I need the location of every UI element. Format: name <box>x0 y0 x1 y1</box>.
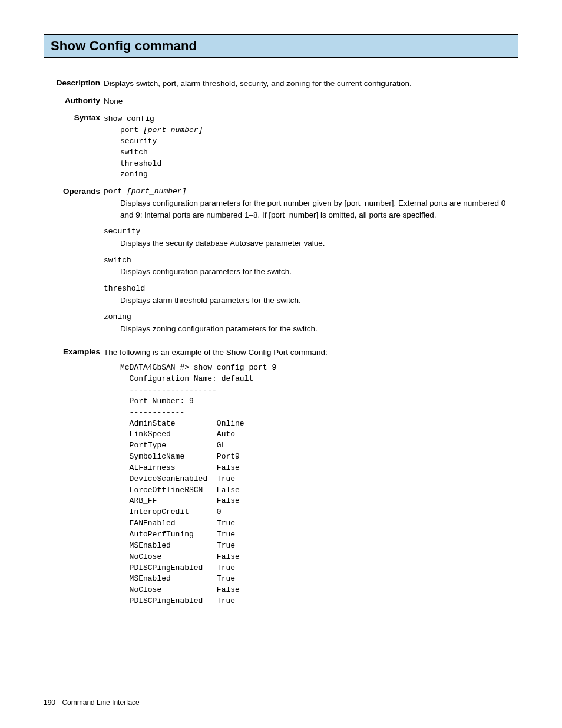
syntax-line-text: port <box>120 126 143 134</box>
page-number: 190 <box>44 699 55 707</box>
examples-row: Examples The following is an example of … <box>44 347 518 607</box>
authority-label: Authority <box>44 95 104 107</box>
syntax-line: port [port_number] <box>104 125 518 136</box>
examples-intro: The following is an example of the Show … <box>104 347 518 358</box>
operand-name: threshold <box>104 284 518 295</box>
syntax-row: Syntax show config port [port_number]sec… <box>44 113 518 180</box>
syntax-label: Syntax <box>44 113 104 124</box>
operand-name-arg: [port_number] <box>127 187 186 196</box>
operands-row: Operands port [port_number]Displays conf… <box>44 186 518 341</box>
operand-name-text: threshold <box>104 284 145 293</box>
operands-label: Operands <box>44 186 104 197</box>
operands-list: port [port_number]Displays configuration… <box>104 186 518 341</box>
footer-section: Command Line Interface <box>62 699 139 707</box>
syntax-line: security <box>104 136 518 147</box>
operand-name: security <box>104 226 518 238</box>
syntax-line-arg: [port_number] <box>143 126 203 134</box>
authority-text: None <box>104 95 518 107</box>
syntax-body: show config port [port_number]securitysw… <box>104 113 518 180</box>
syntax-line-text: switch <box>120 148 148 157</box>
operand-name: port [port_number] <box>104 186 518 197</box>
operand-name: zoning <box>104 312 518 323</box>
page-footer: 190 Command Line Interface <box>44 699 140 707</box>
page: Show Config command Description Displays… <box>0 0 562 728</box>
syntax-line: threshold <box>104 159 518 170</box>
operand-item: securityDisplays the security database A… <box>104 226 518 249</box>
operand-desc: Displays configuration parameters for th… <box>120 197 518 220</box>
authority-row: Authority None <box>44 95 518 107</box>
syntax-line-text: threshold <box>120 159 161 168</box>
operand-name-text: security <box>104 227 140 236</box>
syntax-line: zoning <box>104 169 518 180</box>
examples-output: McDATA4GbSAN #> show config port 9 Confi… <box>120 363 518 607</box>
examples-label: Examples <box>44 347 104 358</box>
operand-desc: Displays the security database Autosave … <box>120 238 518 249</box>
operand-item: switchDisplays configuration parameters … <box>104 255 518 278</box>
syntax-cmd: show config <box>104 114 154 123</box>
operand-item: port [port_number]Displays configuration… <box>104 186 518 220</box>
syntax-lines: port [port_number]securityswitchthreshol… <box>104 125 518 180</box>
syntax-line: switch <box>104 147 518 159</box>
operand-desc: Displays alarm threshold parameters for … <box>120 295 518 307</box>
description-row: Description Displays switch, port, alarm… <box>44 78 518 90</box>
description-label: Description <box>44 78 104 89</box>
operand-desc: Displays zoning configuration parameters… <box>120 323 518 335</box>
operand-desc: Displays configuration parameters for th… <box>120 266 518 278</box>
description-text: Displays switch, port, alarm threshold, … <box>104 78 518 90</box>
operand-item: thresholdDisplays alarm threshold parame… <box>104 284 518 306</box>
examples-body: The following is an example of the Show … <box>104 347 518 607</box>
title-bar: Show Config command <box>44 34 518 58</box>
operand-name-text: port <box>104 187 127 196</box>
operand-name: switch <box>104 255 518 266</box>
syntax-line-text: zoning <box>120 170 148 179</box>
operand-name-text: zoning <box>104 312 131 321</box>
command-title: Show Config command <box>51 38 511 54</box>
operand-item: zoningDisplays zoning configuration para… <box>104 312 518 334</box>
syntax-line-text: security <box>120 137 157 146</box>
operand-name-text: switch <box>104 256 131 265</box>
